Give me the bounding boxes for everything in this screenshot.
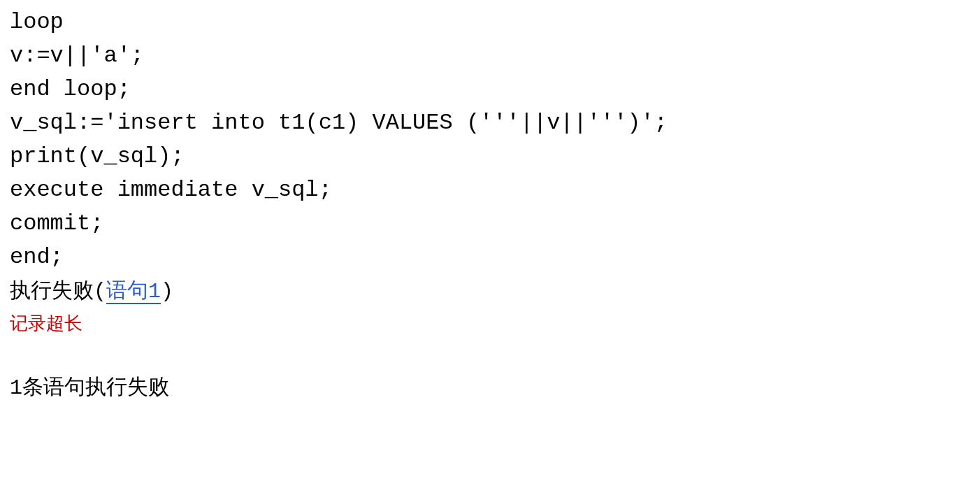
code-line-2: v:=v||'a'; — [10, 39, 970, 73]
code-line-4: v_sql:='insert into t1(c1) VALUES ('''||… — [10, 106, 970, 140]
execution-status: 执行失败(语句1) — [10, 274, 970, 308]
code-line-6: execute immediate v_sql; — [10, 173, 970, 207]
summary-text: 条语句执行失败 — [22, 375, 169, 398]
summary: 1条语句执行失败 — [10, 371, 970, 404]
status-prefix: 执行失败 — [10, 278, 94, 301]
paren-close: ) — [161, 280, 173, 303]
code-line-7: commit; — [10, 207, 970, 241]
summary-count: 1 — [10, 376, 22, 400]
code-line-1: loop — [10, 6, 970, 39]
paren-open: ( — [94, 280, 106, 303]
code-line-3: end loop; — [10, 73, 970, 106]
code-line-5: print(v_sql); — [10, 140, 970, 173]
code-line-8: end; — [10, 241, 970, 274]
statement-link[interactable]: 语句1 — [106, 278, 161, 304]
error-message: 记录超长 — [10, 310, 970, 337]
